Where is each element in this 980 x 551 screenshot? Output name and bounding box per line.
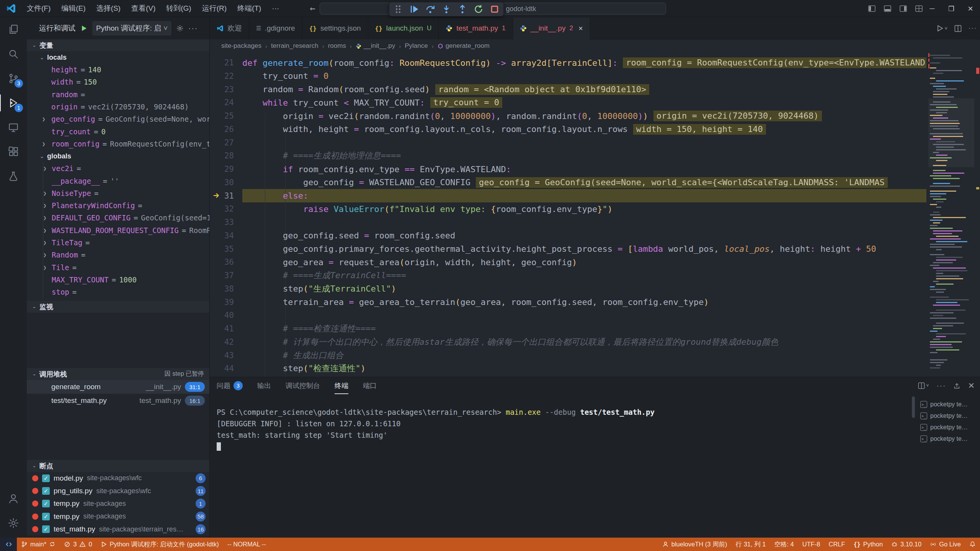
status-utf-8[interactable]: UTF-8 <box>798 538 825 551</box>
watch-section-header[interactable]: ⌄ 监视 <box>27 301 209 313</box>
menu-item-2[interactable]: 选择(S) <box>91 0 126 17</box>
nav-back-icon[interactable]: ← <box>310 3 315 14</box>
toolbar-drag-handle[interactable] <box>393 4 403 14</box>
activity-testing-icon[interactable] <box>0 164 27 189</box>
variable-row[interactable]: MAX_TRY_COUNT=1000 <box>43 274 209 286</box>
code-line-37[interactable]: 37 # ====生成TerrainCell==== <box>210 269 926 282</box>
toggle-secondary-sidebar-icon[interactable] <box>900 5 907 12</box>
toggle-sidebar-icon[interactable] <box>868 5 875 12</box>
code-line-43[interactable]: 43 # 生成出口组合 <box>210 349 926 362</box>
code-line-33[interactable]: 33 <box>210 216 926 229</box>
chevron-right-icon[interactable]: ❯ <box>43 202 46 209</box>
breakpoint-checkbox[interactable]: ✓ <box>42 487 50 495</box>
status-person[interactable]: blueloveTH (3 周前) <box>658 538 732 551</box>
menu-item-6[interactable]: 终端(T) <box>232 0 266 17</box>
status-braces[interactable]: {}Python <box>849 538 887 551</box>
activity-account-icon[interactable] <box>0 486 27 511</box>
code-line-44[interactable]: 44 step("检查连通性") <box>210 362 926 375</box>
code-line-28[interactable]: 28 # ====生成初始地理信息==== <box>210 149 926 163</box>
code-line-22[interactable]: 22 try_count = 0 <box>210 70 926 83</box>
code-editor[interactable]: 2021def generate_room(room_config: RoomR… <box>210 52 980 377</box>
variable-row[interactable]: ❯DEFAULT_GEO_CONFIG=GeoConfig(seed=1… <box>43 212 209 224</box>
terminal-instance[interactable]: >_pocketpy te… <box>918 422 978 433</box>
menu-item-3[interactable]: 查看(V) <box>126 0 161 17</box>
code-line-24[interactable]: 24 while try_count < MAX_TRY_COUNT:try_c… <box>210 96 926 109</box>
scope-label[interactable]: globals <box>47 152 71 160</box>
breadcrumb-item[interactable]: __init__.py <box>356 42 395 50</box>
breakpoint-checkbox[interactable]: ✓ <box>42 474 50 482</box>
activity-extensions-icon[interactable] <box>0 140 27 164</box>
status-crlf[interactable]: CRLF <box>825 538 849 551</box>
callstack-frame[interactable]: generate_room__init__.py31:1 <box>27 380 209 394</box>
breakpoint-row[interactable]: ✓temp.pysite-packages1 <box>27 497 209 510</box>
variable-row[interactable]: try_count=0 <box>27 125 209 137</box>
terminal-scrollbar[interactable] <box>912 396 915 418</box>
menu-item-1[interactable]: 编辑(E) <box>56 0 91 17</box>
split-editor-icon[interactable] <box>954 25 962 32</box>
variable-row[interactable]: stop= <box>43 286 209 298</box>
chevron-right-icon[interactable]: ❯ <box>43 252 46 258</box>
tab-.gdignore[interactable]: ☰.gdignore <box>249 17 302 39</box>
start-debug-icon[interactable] <box>80 24 88 32</box>
panel-tab-终端[interactable]: 终端 <box>335 377 348 394</box>
variable-row[interactable]: ❯vec2i= <box>43 162 209 174</box>
tab-test_math.py[interactable]: test_math.py1 <box>439 17 513 39</box>
toggle-panel-icon[interactable] <box>884 5 891 12</box>
tab-settings.json[interactable]: {}settings.json <box>302 17 368 39</box>
chevron-right-icon[interactable]: ❯ <box>43 264 46 271</box>
breakpoint-row[interactable]: ✓model.pysite-packages\wfc6 <box>27 472 209 484</box>
activity-remote-explorer-icon[interactable] <box>0 115 27 140</box>
code-line-26[interactable]: 26 width, height = room_config.layout.n_… <box>210 123 926 136</box>
callstack-section-header[interactable]: ⌄ 调用堆栈 因 step 已暂停 <box>27 368 209 380</box>
debug-config-dropdown[interactable]: Python 调试程序: 启 ˅ <box>92 21 172 36</box>
callstack-frame[interactable]: test/test_math.pytest_math.py16:1 <box>27 394 209 408</box>
code-line-34[interactable]: 34 geo_config.seed = room_config.seed <box>210 229 926 243</box>
breakpoint-row[interactable]: ✓png_utils.pysite-packages\wfc11 <box>27 484 209 497</box>
chevron-right-icon[interactable]: ❯ <box>43 190 46 196</box>
panel-tab-问题[interactable]: 问题3 <box>217 377 243 394</box>
variable-row[interactable]: ❯TileTag= <box>43 236 209 249</box>
variables-section-header[interactable]: ⌄ 变量 <box>27 39 209 51</box>
chevron-right-icon[interactable]: ❯ <box>43 227 46 233</box>
editor-more-icon[interactable]: ··· <box>969 25 977 32</box>
variable-row[interactable]: ❯WASTELAND_ROOM_REQUEST_CONFIG=RoomR… <box>43 224 209 236</box>
terminal-instance[interactable]: >_pocketpy te… <box>918 433 978 445</box>
status-remote[interactable] <box>0 538 17 551</box>
terminal-output[interactable]: PS C:\computer_science\godot-ldtk\site-p… <box>217 406 913 452</box>
code-line-20[interactable]: 20 <box>210 52 926 56</box>
code-line-21[interactable]: 21def generate_room(room_config: RoomReq… <box>210 56 926 70</box>
breadcrumb-item[interactable]: Pylance <box>405 42 428 50</box>
breadcrumb-item[interactable]: site-packages <box>221 42 261 50</box>
breakpoints-section-header[interactable]: ⌄ 断点 <box>27 460 209 472</box>
status-branch[interactable]: main* <box>17 538 60 551</box>
chevron-right-icon[interactable]: ❯ <box>43 215 46 221</box>
chevron-right-icon[interactable]: ❯ <box>43 240 46 246</box>
tab-欢迎[interactable]: 欢迎 <box>210 17 249 39</box>
close-icon[interactable]: × <box>578 24 583 33</box>
status-play[interactable]: Python 调试程序: 启动文件 (godot-ldtk) <box>96 538 223 551</box>
code-line-40[interactable]: 40 <box>210 309 926 322</box>
breakpoint-row[interactable]: ✓temp.pysite-packages58 <box>27 510 209 523</box>
activity-run-debug-icon[interactable]: 1 <box>0 91 27 115</box>
status-空格-4[interactable]: 空格: 4 <box>770 538 798 551</box>
activity-source-control-icon[interactable]: 3 <box>0 66 27 91</box>
variable-row[interactable]: origin=vec2i(7205730, 9024468) <box>27 101 209 113</box>
continue-icon[interactable] <box>409 4 419 14</box>
variable-row[interactable]: random= <box>27 88 209 101</box>
stop-icon[interactable] <box>490 4 500 14</box>
status--normal-[interactable]: -- NORMAL -- <box>223 538 270 551</box>
terminal-instance[interactable]: >_pocketpy te… <box>918 399 978 410</box>
chevron-right-icon[interactable]: ❯ <box>42 116 45 122</box>
split-terminal-button[interactable]: ˅ <box>918 382 929 389</box>
breakpoint-row[interactable]: ✓test_math.pysite-packages\terrain_res…1… <box>27 523 209 536</box>
breadcrumb-item[interactable]: generate_room <box>438 42 490 50</box>
panel-tab-端口[interactable]: 端口 <box>363 377 377 394</box>
code-line-32[interactable]: 32 raise ValueError(f"Invalid env type: … <box>210 202 926 216</box>
customize-layout-icon[interactable] <box>915 5 923 12</box>
code-line-30[interactable]: 30 geo_config = WASTELAND_GEO_CONFIGgeo_… <box>210 176 926 189</box>
variable-row[interactable]: ❯NoiseType= <box>43 187 209 199</box>
variable-row[interactable]: ❯PlanetaryWindConfig= <box>43 199 209 212</box>
breakpoint-checkbox[interactable]: ✓ <box>42 525 50 533</box>
close-button[interactable]: ✕ <box>961 0 980 17</box>
panel-tab-输出[interactable]: 输出 <box>257 377 271 394</box>
